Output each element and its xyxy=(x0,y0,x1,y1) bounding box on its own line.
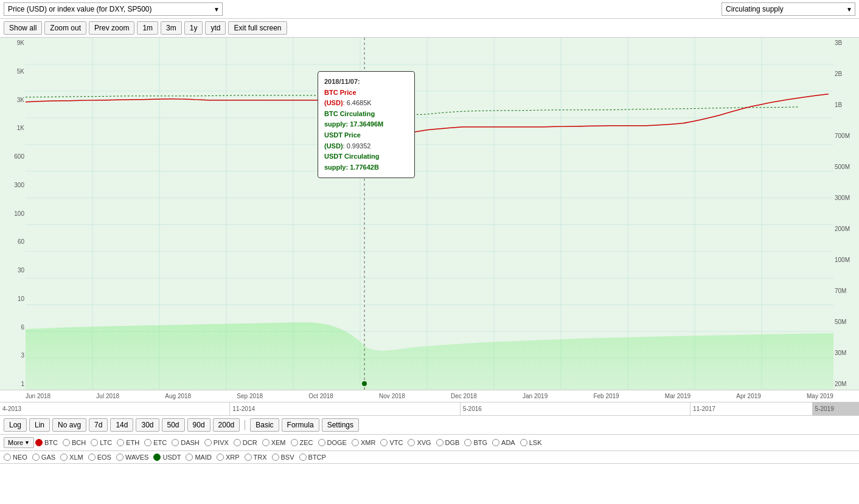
14d-button[interactable]: 14d xyxy=(110,418,133,432)
1m-button[interactable]: 1m xyxy=(137,21,158,35)
coin-item-maid[interactable]: MAID xyxy=(186,454,212,461)
more-button[interactable]: More xyxy=(4,437,34,448)
coin-radio-xmr xyxy=(352,439,359,446)
y-label-600: 600 xyxy=(1,154,24,160)
y-right-1b: 1B xyxy=(835,102,858,108)
tooltip-usdt-price-label: USDT Price xyxy=(324,130,408,141)
coin-label-xlm: XLM xyxy=(69,454,83,461)
200d-button[interactable]: 200d xyxy=(213,418,240,432)
coin-item-dash[interactable]: DASH xyxy=(172,439,200,446)
coin-radio-waves xyxy=(116,454,123,461)
x-label-oct2018: Oct 2018 xyxy=(308,393,333,399)
coin-item-vtc[interactable]: VTC xyxy=(380,439,403,446)
coin-item-btcp[interactable]: BTCP xyxy=(299,454,326,461)
coin-label-eos: EOS xyxy=(97,454,111,461)
coin-label-btg: BTG xyxy=(473,439,487,446)
coin-radio-trx xyxy=(245,454,252,461)
coin-label-xvg: XVG xyxy=(417,439,431,446)
ytd-button[interactable]: ytd xyxy=(205,21,226,35)
no-avg-button[interactable]: No avg xyxy=(52,418,86,432)
coin-item-ltc[interactable]: LTC xyxy=(91,439,112,446)
coin-label-maid: MAID xyxy=(195,454,212,461)
coin-row-2: NEO GAS XLM EOS WAVES USDT MAID XRP TRX … xyxy=(0,451,859,464)
coin-radio-btg xyxy=(464,439,471,446)
coin-item-usdt[interactable]: USDT xyxy=(153,454,181,461)
x-label-mar2019: Mar 2019 xyxy=(665,393,690,399)
tooltip-btc-circ-label: BTC Circulating xyxy=(324,109,408,120)
coin-radio-dcr xyxy=(234,439,241,446)
coin-radio-lsk xyxy=(520,439,527,446)
timeline-4-2013: 4-2013 xyxy=(0,402,230,415)
coin-item-xvg[interactable]: XVG xyxy=(408,439,431,446)
coin-item-doge[interactable]: DOGE xyxy=(318,439,347,446)
y-right-70m: 70M xyxy=(835,288,858,294)
coin-item-bch[interactable]: BCH xyxy=(63,439,86,446)
prev-zoom-button[interactable]: Prev zoom xyxy=(89,21,134,35)
y-label-6: 6 xyxy=(1,325,24,331)
coin-item-eos[interactable]: EOS xyxy=(88,454,111,461)
coin-item-eth[interactable]: ETH xyxy=(117,439,139,446)
basic-button[interactable]: Basic xyxy=(250,418,279,432)
tooltip-date: 2018/11/07: xyxy=(324,77,408,88)
coin-row-1: More BTC BCH LTC ETH ETC DASH PIVX DCR X… xyxy=(0,435,859,451)
zoom-out-button[interactable]: Zoom out xyxy=(44,21,86,35)
coin-item-dgb[interactable]: DGB xyxy=(436,439,460,446)
chart-inner: 2018/11/07: BTC Price (USD): 6.4685K BTC… xyxy=(26,38,833,390)
log-button[interactable]: Log xyxy=(4,418,27,432)
coin-item-waves[interactable]: WAVES xyxy=(116,454,149,461)
chart-tooltip: 2018/11/07: BTC Price (USD): 6.4685K BTC… xyxy=(318,71,415,178)
coin-label-xem: XEM xyxy=(271,439,286,446)
y-right-300m: 300M xyxy=(835,195,858,201)
coin-item-btg[interactable]: BTG xyxy=(464,439,487,446)
coin-item-trx[interactable]: TRX xyxy=(245,454,267,461)
y-label-30: 30 xyxy=(1,268,24,274)
tooltip-btc-price-label: BTC Price xyxy=(324,88,408,98)
coin-label-vtc: VTC xyxy=(389,439,403,446)
exit-full-screen-button[interactable]: Exit full screen xyxy=(228,21,287,35)
coin-item-xrp[interactable]: XRP xyxy=(217,454,240,461)
coin-label-pivx: PIVX xyxy=(214,439,229,446)
left-dropdown[interactable]: Price (USD) or index value (for DXY, SP5… xyxy=(4,2,223,16)
coin-item-ada[interactable]: ADA xyxy=(492,439,515,446)
50d-button[interactable]: 50d xyxy=(162,418,185,432)
lin-button[interactable]: Lin xyxy=(29,418,50,432)
coin-item-zec[interactable]: ZEC xyxy=(291,439,313,446)
90d-button[interactable]: 90d xyxy=(187,418,210,432)
coin-label-trx: TRX xyxy=(254,454,267,461)
settings-button[interactable]: Settings xyxy=(322,418,359,432)
1y-button[interactable]: 1y xyxy=(184,21,203,35)
coin-item-neo[interactable]: NEO xyxy=(4,454,27,461)
coin-radio-xvg xyxy=(408,439,415,446)
coin-item-etc[interactable]: ETC xyxy=(144,439,167,446)
coin-item-btc[interactable]: BTC xyxy=(35,439,58,446)
coin-item-bsv[interactable]: BSV xyxy=(272,454,294,461)
coin-label-btc: BTC xyxy=(44,439,58,446)
y-axis-right: 3B 2B 1B 700M 500M 300M 200M 100M 70M 50… xyxy=(833,38,859,390)
coin-item-lsk[interactable]: LSK xyxy=(520,439,542,446)
coin-item-pivx[interactable]: PIVX xyxy=(204,439,229,446)
coin-item-dcr[interactable]: DCR xyxy=(234,439,257,446)
coin-item-xmr[interactable]: XMR xyxy=(352,439,375,446)
coin-radio-btc xyxy=(35,439,43,446)
coin-radio-bsv xyxy=(272,454,279,461)
coin-label-waves: WAVES xyxy=(125,454,149,461)
coin-item-xlm[interactable]: XLM xyxy=(60,454,83,461)
x-label-feb2019: Feb 2019 xyxy=(593,393,619,399)
y-label-1: 1 xyxy=(1,381,24,387)
y-right-50m: 50M xyxy=(835,319,858,325)
coin-item-gas[interactable]: GAS xyxy=(32,454,55,461)
formula-button[interactable]: Formula xyxy=(282,418,319,432)
x-label-jan2019: Jan 2019 xyxy=(523,393,548,399)
coin-label-ltc: LTC xyxy=(100,439,112,446)
left-dropdown-wrapper: Price (USD) or index value (for DXY, SP5… xyxy=(4,2,223,16)
coin-label-zec: ZEC xyxy=(300,439,313,446)
coin-label-eth: ETH xyxy=(126,439,139,446)
show-all-button[interactable]: Show all xyxy=(4,21,42,35)
coin-item-xem[interactable]: XEM xyxy=(262,439,286,446)
30d-button[interactable]: 30d xyxy=(136,418,159,432)
3m-button[interactable]: 3m xyxy=(161,21,182,35)
7d-button[interactable]: 7d xyxy=(89,418,108,432)
right-dropdown[interactable]: Circulating supply xyxy=(722,2,855,16)
x-label-nov2018: Nov 2018 xyxy=(379,393,405,399)
y-label-9k: 9K xyxy=(1,40,24,46)
